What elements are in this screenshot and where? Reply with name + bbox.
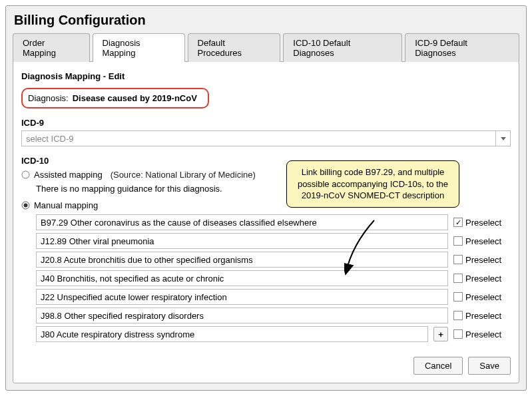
preselect-label: Preselect [465,329,501,339]
icd10-code-input[interactable] [36,252,448,268]
preselect-label: Preselect [465,311,501,321]
preselect-group[interactable]: Preselect [453,274,511,284]
radio-assisted[interactable] [21,170,30,179]
icd10-code-input[interactable] [36,214,448,230]
annotation-callout: Link billing code B97.29, and multiple p… [286,160,459,208]
preselect-checkbox[interactable] [453,274,463,283]
billing-config-window: Billing Configuration Order Mapping Diag… [5,5,527,391]
preselect-label: Preselect [465,292,501,302]
preselect-group[interactable]: Preselect [453,218,511,228]
icd10-code-input[interactable] [36,308,448,323]
icd10-code-input[interactable] [36,233,448,249]
save-button[interactable]: Save [468,357,511,375]
diagnosis-highlight: Diagnosis: Disease caused by 2019-nCoV [21,88,209,108]
diagnosis-label: Diagnosis: [28,93,69,103]
preselect-label: Preselect [465,255,501,265]
mapping-row: Preselect [36,289,511,305]
mapping-row: Preselect [36,214,511,230]
svg-point-2 [24,204,28,208]
preselect-checkbox[interactable] [453,329,463,339]
tab-icd10-default[interactable]: ICD-10 Default Diagnoses [283,33,402,62]
dialog-footer: Cancel Save [21,357,511,375]
chevron-down-icon [495,131,510,146]
tab-default-procedures[interactable]: Default Procedures [188,33,281,62]
preselect-group[interactable]: Preselect [453,329,511,339]
tab-icd9-default[interactable]: ICD-9 Default Diagnoses [405,33,519,62]
add-mapping-button[interactable]: + [433,327,448,341]
mapping-row: Preselect [36,233,511,249]
manual-label: Manual mapping [34,200,98,210]
preselect-checkbox[interactable] [453,255,463,264]
cancel-button[interactable]: Cancel [413,357,463,375]
page-title: Billing Configuration [14,13,519,28]
assisted-label: Assisted mapping [34,170,103,180]
tab-diagnosis-mapping[interactable]: Diagnosis Mapping [93,33,185,62]
radio-manual[interactable] [21,201,30,210]
mapping-row: Preselect [36,252,511,268]
preselect-label: Preselect [465,236,501,246]
icd10-code-input[interactable] [36,326,428,342]
panel: Diagnosis Mapping - Edit Diagnosis: Dise… [13,61,519,383]
preselect-checkbox[interactable] [453,236,463,246]
preselect-label: Preselect [465,218,501,228]
preselect-checkbox[interactable] [453,218,463,227]
icd9-label: ICD-9 [21,118,511,128]
tab-order-mapping[interactable]: Order Mapping [13,33,90,62]
svg-point-0 [22,171,29,178]
icd9-select[interactable]: select ICD-9 [21,130,511,146]
assisted-source: (Source: National Library of Medicine) [111,170,256,180]
mapping-row: +Preselect [36,326,511,342]
mapping-row: Preselect [36,270,511,286]
preselect-group[interactable]: Preselect [453,311,511,321]
preselect-label: Preselect [465,274,501,284]
preselect-group[interactable]: Preselect [453,236,511,246]
preselect-checkbox[interactable] [453,311,463,320]
icd9-placeholder: select ICD-9 [26,134,74,144]
icd10-code-input[interactable] [36,270,448,286]
preselect-checkbox[interactable] [453,292,463,302]
manual-mapping-list: PreselectPreselectPreselectPreselectPres… [36,214,511,342]
mapping-row: Preselect [36,308,511,323]
preselect-group[interactable]: Preselect [453,255,511,265]
panel-heading: Diagnosis Mapping - Edit [21,71,511,81]
diagnosis-value: Disease caused by 2019-nCoV [73,93,197,103]
tab-bar: Order Mapping Diagnosis Mapping Default … [13,33,519,62]
preselect-group[interactable]: Preselect [453,292,511,302]
icd10-code-input[interactable] [36,289,448,305]
